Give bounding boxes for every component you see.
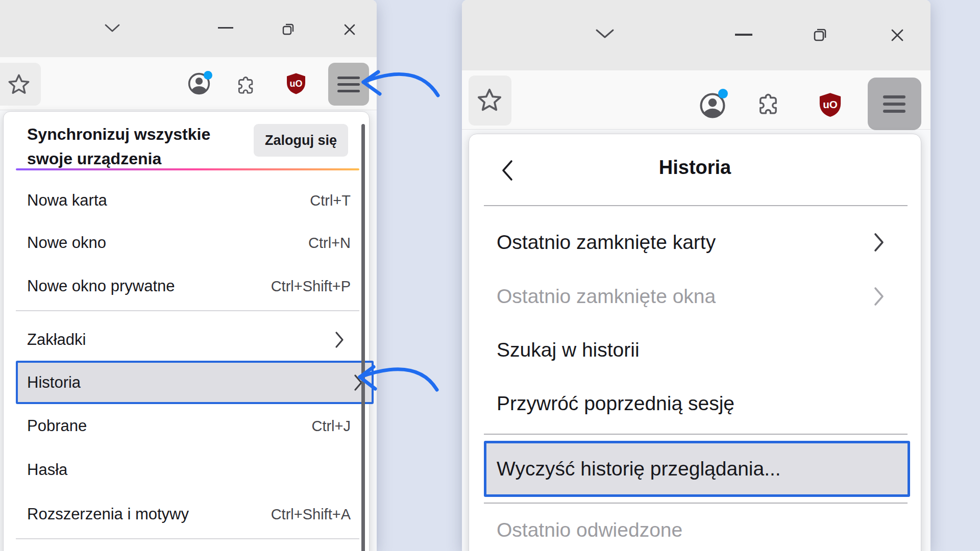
menu-item-shortcut: Ctrl+J — [311, 418, 351, 435]
menu-item-shortcut: Ctrl+N — [308, 235, 351, 252]
menu-divider — [16, 538, 359, 539]
firefox-app-menu: Synchronizuj wszystkie swoje urządzenia … — [3, 111, 370, 551]
bookmark-star-icon[interactable] — [7, 72, 31, 97]
panel-title: Historia — [469, 157, 921, 179]
menu-item-label: Ostatnio odwiedzone — [497, 519, 682, 541]
menu-item-label: Nowe okno — [27, 234, 106, 252]
menu-hamburger-button[interactable] — [328, 63, 369, 106]
svg-text:uO: uO — [290, 79, 303, 89]
tab-chevron-down-icon[interactable] — [104, 23, 120, 34]
ublock-shield-icon[interactable]: uO — [284, 71, 308, 96]
close-button[interactable] — [342, 22, 357, 37]
history-item-wyczysc-highlighted[interactable]: Wyczyść historię przeglądania... — [484, 441, 910, 497]
panel-divider — [484, 434, 908, 435]
menu-item-label: Historia — [27, 373, 81, 392]
history-item-zamkniete-okna: Ostatnio zamknięte okna — [497, 283, 886, 310]
close-button[interactable] — [889, 27, 906, 44]
menu-hamburger-button[interactable] — [868, 78, 921, 130]
screenshot-canvas: uO Synchronizuj wszystkie swoje urządzen… — [0, 0, 980, 551]
tab-chevron-down-icon[interactable] — [595, 28, 615, 40]
toolbar: uO — [0, 57, 377, 110]
firefox-window-right: uO Historia Ostatnio zamknięte karty — [462, 0, 930, 551]
menu-scrollbar[interactable] — [361, 124, 365, 551]
account-notification-dot — [204, 71, 212, 80]
menu-item-shortcut: Ctrl+Shift+A — [271, 506, 351, 523]
panel-divider — [484, 205, 908, 206]
menu-item-label: Szukaj w historii — [497, 339, 640, 361]
minimize-button[interactable] — [735, 34, 752, 36]
menu-item-label: Nowa karta — [27, 191, 107, 210]
menu-item-shortcut: Ctrl+Shift+P — [271, 278, 351, 295]
menu-item-label: Przywróć poprzednią sesję — [497, 392, 734, 415]
chevron-right-icon — [333, 330, 346, 350]
ublock-shield-icon[interactable]: uO — [816, 90, 844, 119]
menu-item-nowe-okno-prywatne[interactable]: Nowe okno prywatne Ctrl+Shift+P — [27, 273, 351, 299]
history-item-ostatnio-odwiedzone: Ostatnio odwiedzone — [497, 517, 886, 543]
chevron-right-icon — [872, 285, 886, 308]
extensions-puzzle-icon[interactable] — [235, 74, 257, 96]
menu-item-label: Hasła — [27, 461, 67, 479]
menu-item-label: Zakładki — [27, 331, 86, 349]
menu-item-zakladki[interactable]: Zakładki — [27, 327, 351, 353]
chevron-right-icon — [872, 231, 886, 254]
firefox-window-left: uO Synchronizuj wszystkie swoje urządzen… — [0, 0, 377, 551]
menu-item-rozszerzenia[interactable]: Rozszerzenia i motywy Ctrl+Shift+A — [27, 502, 351, 527]
menu-item-nowe-okno[interactable]: Nowe okno Ctrl+N — [27, 230, 351, 256]
toolbar: uO — [462, 70, 930, 130]
menu-item-label: Ostatnio zamknięte karty — [497, 231, 716, 254]
menu-item-label: Rozszerzenia i motywy — [27, 505, 189, 523]
panel-divider — [484, 503, 908, 504]
titlebar — [462, 0, 930, 70]
bookmark-star-icon[interactable] — [476, 87, 503, 114]
menu-item-label: Pobrane — [27, 417, 87, 435]
menu-item-hasla[interactable]: Hasła — [27, 457, 351, 483]
history-item-szukaj[interactable]: Szukaj w historii — [497, 337, 886, 363]
menu-divider — [16, 310, 359, 311]
sign-in-button[interactable]: Zaloguj się — [254, 124, 348, 157]
menu-item-pobrane[interactable]: Pobrane Ctrl+J — [27, 413, 351, 439]
history-item-zamkniete-karty[interactable]: Ostatnio zamknięte karty — [497, 229, 886, 256]
svg-text:uO: uO — [823, 98, 838, 110]
menu-item-label: Wyczyść historię przeglądania... — [497, 458, 781, 480]
menu-item-label: Ostatnio zamknięte okna — [497, 285, 716, 308]
menu-item-nowa-karta[interactable]: Nowa karta Ctrl+T — [27, 188, 351, 213]
menu-item-label: Nowe okno prywatne — [27, 277, 175, 295]
extensions-puzzle-icon[interactable] — [756, 91, 781, 117]
sync-heading: Synchronizuj wszystkie swoje urządzenia — [27, 122, 231, 171]
titlebar — [0, 0, 377, 57]
restore-button[interactable] — [812, 26, 829, 43]
history-item-przywroc-sesje[interactable]: Przywróć poprzednią sesję — [497, 390, 886, 417]
menu-item-shortcut: Ctrl+T — [310, 192, 351, 209]
restore-button[interactable] — [281, 21, 296, 37]
hamburger-icon — [337, 77, 360, 79]
minimize-button[interactable] — [218, 27, 233, 29]
sync-gradient-divider — [16, 168, 359, 170]
history-submenu-panel: Historia Ostatnio zamknięte karty Ostatn… — [469, 134, 921, 551]
hamburger-icon — [883, 95, 905, 98]
menu-item-historia-highlighted[interactable]: Historia — [16, 361, 374, 404]
account-notification-dot — [718, 89, 728, 98]
